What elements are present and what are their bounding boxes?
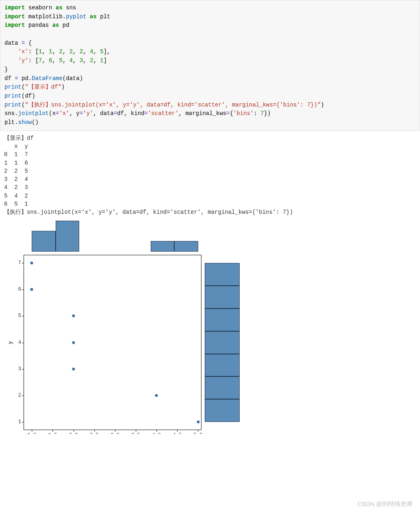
marginal-y-hist (205, 255, 240, 430)
code-block: import seaborn as sns import matplotlib.… (0, 0, 420, 131)
hist-y-bar (205, 354, 240, 377)
scatter-axes: y x 12345671.01.52.02.53.03.54.04.55.0 (24, 255, 201, 430)
x-tick: 4.0 (152, 432, 161, 434)
x-tick: 2.5 (90, 432, 99, 434)
output-block: 【显示】df x y 0 1 7 1 1 6 2 2 5 3 2 4 4 2 3… (0, 131, 420, 217)
y-tick: 6 (12, 287, 21, 292)
hist-x-bar (56, 221, 80, 252)
marginal-x-hist (24, 220, 206, 252)
hist-y-bar (205, 286, 240, 308)
scatter-point (72, 367, 75, 370)
scatter-point (72, 315, 75, 317)
x-tick: 1.5 (48, 432, 57, 434)
y-tick: 1 (12, 419, 21, 425)
jointplot: y x 12345671.01.52.02.53.03.54.04.55.0 (0, 217, 420, 434)
hist-y-bar (205, 376, 240, 399)
x-tick: 3.0 (110, 432, 119, 434)
x-tick: 1.0 (28, 432, 37, 434)
x-tick: 3.5 (131, 432, 140, 434)
hist-x-bar (32, 231, 55, 252)
y-tick: 4 (12, 340, 21, 345)
scatter-point (197, 421, 199, 424)
x-tick: 4.5 (173, 432, 182, 434)
y-tick: 7 (12, 260, 21, 266)
hist-y-bar (205, 308, 240, 331)
y-tick: 5 (12, 313, 21, 319)
y-tick: 2 (12, 393, 21, 398)
hist-x-bar (174, 241, 198, 251)
y-tick: 3 (12, 366, 21, 372)
scatter-point (155, 394, 158, 397)
scatter-point (30, 262, 33, 265)
hist-y-bar (205, 331, 240, 354)
hist-y-bar (205, 263, 240, 286)
hist-y-bar (205, 399, 240, 422)
x-tick: 2.0 (69, 432, 78, 434)
scatter-point (30, 288, 33, 291)
x-tick: 5.0 (194, 432, 203, 434)
hist-x-bar (151, 241, 175, 251)
scatter-point (72, 341, 75, 344)
